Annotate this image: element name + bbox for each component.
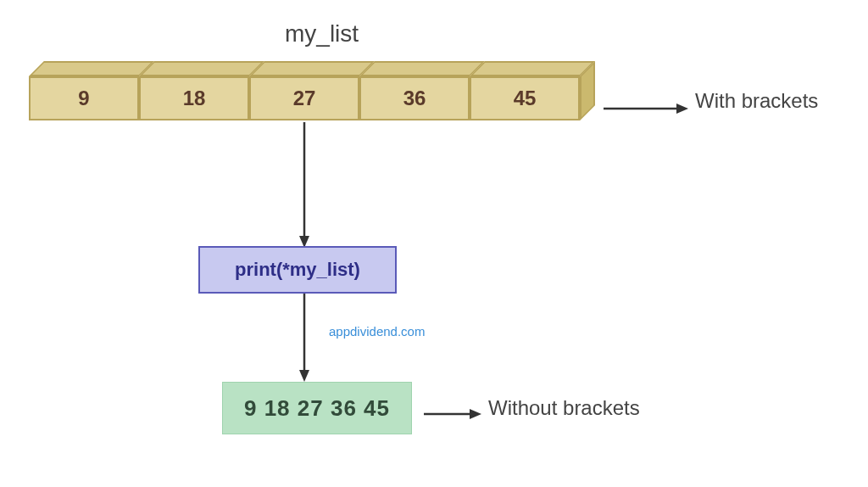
cell-value: 45 <box>470 76 580 120</box>
arrow-right-icon <box>604 100 688 117</box>
list-cell: 27 <box>249 61 359 120</box>
list-cell: 36 <box>359 61 470 120</box>
watermark-text: appdividend.com <box>329 324 425 339</box>
cell-top-face <box>29 61 154 76</box>
list-cells-row: 9 18 27 36 45 <box>29 61 580 120</box>
list-cell: 45 <box>470 61 580 120</box>
print-statement-box: print(*my_list) <box>198 246 397 294</box>
svg-marker-1 <box>676 104 688 114</box>
output-box: 9 18 27 36 45 <box>222 382 412 434</box>
cell-top-face <box>470 61 595 76</box>
cell-top-face <box>359 61 485 76</box>
list-variable-title: my_list <box>285 20 359 48</box>
list-cell: 18 <box>139 61 249 120</box>
cell-value: 18 <box>139 76 249 120</box>
list-cell: 9 <box>29 61 139 120</box>
svg-marker-5 <box>299 370 309 382</box>
arrow-down-icon <box>296 294 313 382</box>
arrow-right-icon <box>424 406 481 423</box>
cell-value: 27 <box>249 76 359 120</box>
cell-value: 9 <box>29 76 139 120</box>
cell-top-face <box>139 61 264 76</box>
without-brackets-label: Without brackets <box>488 396 640 420</box>
arrow-down-icon <box>296 122 313 248</box>
svg-marker-7 <box>470 409 481 419</box>
with-brackets-label: With brackets <box>695 89 818 113</box>
cell-value: 36 <box>359 76 470 120</box>
cell-top-face <box>249 61 375 76</box>
